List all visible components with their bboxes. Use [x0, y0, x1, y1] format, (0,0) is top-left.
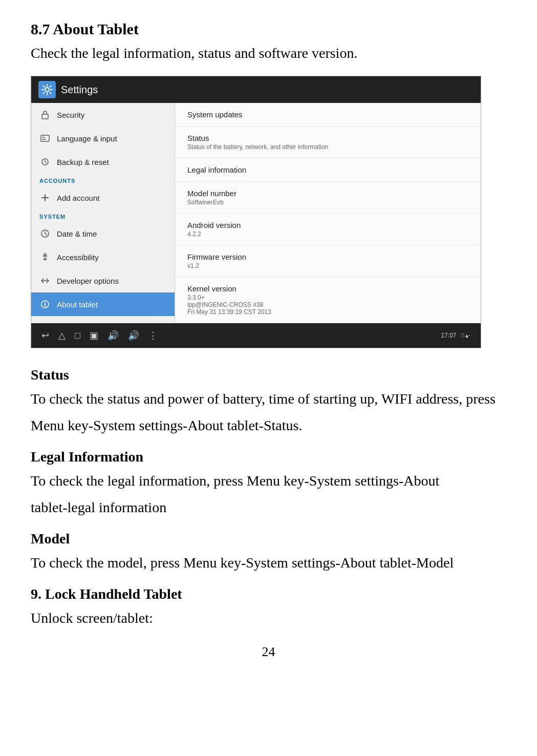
sidebar-label-date-time: Date & time [57, 229, 97, 238]
status-heading: Status [31, 367, 506, 383]
system-section-label: SYSTEM [31, 209, 175, 222]
intro-paragraph: Check the legal information, status and … [31, 45, 506, 61]
kernel-subtitle: 3.3.0+ lpp@INGENIC-CROSS #38 Fri May 31 … [187, 294, 468, 316]
legal-section: Legal Information To check the legal inf… [31, 449, 506, 518]
sidebar-label-backup: Backup & reset [57, 158, 109, 166]
legal-title: Legal information [187, 165, 468, 174]
sidebar-item-date-time[interactable]: Date & time [31, 222, 175, 245]
system-updates-title: System updates [187, 110, 468, 119]
volume-down-icon[interactable]: 🔊 [108, 330, 119, 341]
content-item-firmware[interactable]: Firmware version v1.2 [175, 245, 481, 277]
sidebar-item-backup[interactable]: Backup & reset [31, 150, 175, 174]
info-icon [39, 299, 51, 310]
sidebar-label-language: Language & input [57, 134, 117, 143]
accessibility-icon [39, 251, 51, 263]
home-icon[interactable]: △ [58, 330, 66, 341]
back-icon[interactable]: ↩ [41, 330, 49, 341]
sidebar-label-developer: Developer options [57, 277, 119, 285]
sidebar-item-accessibility[interactable]: Accessibility [31, 245, 175, 269]
kernel-title: Kernel version [187, 284, 468, 293]
lock-icon [39, 109, 51, 120]
status-bar: 17:07 ☃▴⋅ [441, 332, 470, 339]
svg-rect-1 [42, 114, 48, 119]
add-icon [39, 192, 51, 203]
section-title: 8.7 About Tablet [31, 20, 506, 38]
page-number: 24 [31, 644, 506, 660]
status-para-1: To check the status and power of battery… [31, 388, 506, 410]
svg-point-4 [44, 254, 46, 256]
sidebar-item-language[interactable]: Language & input [31, 127, 175, 150]
android-title: Android version [187, 221, 468, 229]
status-title: Status [187, 134, 468, 142]
svg-point-6 [45, 302, 46, 303]
model-title: Model number [187, 189, 468, 198]
time-display: 17:07 [441, 332, 456, 339]
content-item-model[interactable]: Model number SoftwinerEvb [175, 182, 481, 214]
settings-screenshot: Settings Security [31, 76, 481, 348]
svg-rect-2 [41, 135, 49, 141]
backup-icon [39, 156, 51, 167]
recent-icon[interactable]: □ [75, 330, 80, 341]
legal-para-1: To check the legal information, press Me… [31, 470, 506, 492]
model-heading: Model [31, 531, 506, 547]
screenshot-icon[interactable]: ▣ [90, 330, 98, 341]
bottom-nav-icons: ↩ △ □ ▣ 🔊 🔊 ⋮ [41, 330, 158, 341]
model-section: Model To check the model, press Menu key… [31, 531, 506, 574]
content-item-system-updates[interactable]: System updates [175, 103, 481, 127]
settings-body: Security Language & input [31, 103, 481, 323]
status-para-2: Menu key-System settings-About tablet-St… [31, 415, 506, 436]
svg-point-0 [45, 88, 49, 92]
firmware-title: Firmware version [187, 253, 468, 261]
sidebar-label-accessibility: Accessibility [57, 253, 99, 262]
sidebar-label-add-account: Add account [57, 194, 99, 202]
sidebar-item-developer[interactable]: Developer options [31, 269, 175, 292]
page-content: 8.7 About Tablet Check the legal informa… [31, 20, 506, 660]
legal-para-2: tablet-legal information [31, 497, 506, 518]
model-subtitle: SoftwinerEvb [187, 199, 468, 206]
content-item-kernel[interactable]: Kernel version 3.3.0+ lpp@INGENIC-CROSS … [175, 277, 481, 323]
content-item-android[interactable]: Android version 4.2.2 [175, 214, 481, 245]
clock-icon [39, 228, 51, 239]
firmware-subtitle: v1.2 [187, 262, 468, 269]
model-para-1: To check the model, press Menu key-Syste… [31, 552, 506, 574]
settings-app-icon [38, 81, 56, 98]
legal-heading: Legal Information [31, 449, 506, 465]
lock-section: 9. Lock Handheld Tablet Unlock screen/ta… [31, 586, 506, 629]
settings-content-panel: System updates Status Status of the batt… [175, 103, 481, 323]
android-subtitle: 4.2.2 [187, 230, 468, 238]
volume-up-icon[interactable]: 🔊 [128, 330, 139, 341]
content-item-status[interactable]: Status Status of the battery, network, a… [175, 127, 481, 158]
sidebar-item-security[interactable]: Security [31, 103, 175, 127]
content-item-legal[interactable]: Legal information [175, 158, 481, 182]
settings-topbar: Settings [31, 76, 481, 103]
sidebar-label-security: Security [57, 111, 84, 119]
developer-icon [39, 275, 51, 286]
settings-topbar-title: Settings [61, 84, 98, 96]
status-subtitle: Status of the battery, network, and othe… [187, 143, 468, 151]
sidebar-item-about[interactable]: About tablet [31, 292, 175, 316]
bottom-navigation-bar: ↩ △ □ ▣ 🔊 🔊 ⋮ 17:07 ☃▴⋅ [31, 323, 481, 348]
sidebar-item-add-account[interactable]: Add account [31, 186, 175, 209]
lock-para-1: Unlock screen/tablet: [31, 607, 506, 629]
language-icon [39, 133, 51, 144]
status-section: Status To check the status and power of … [31, 367, 506, 436]
settings-sidebar: Security Language & input [31, 103, 175, 323]
more-icon[interactable]: ⋮ [148, 330, 158, 341]
accounts-section-label: ACCOUNTS [31, 174, 175, 186]
lock-heading: 9. Lock Handheld Tablet [31, 586, 506, 602]
sidebar-label-about: About tablet [57, 300, 98, 309]
